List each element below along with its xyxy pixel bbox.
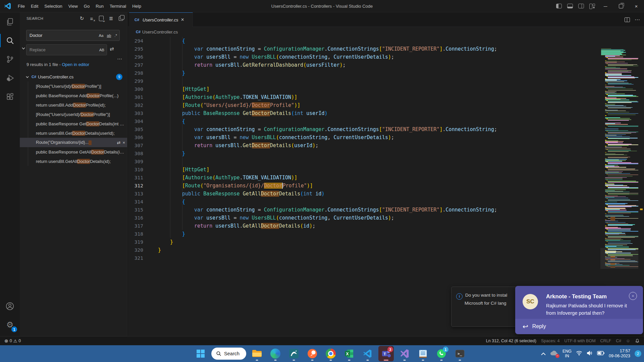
search-result-8[interactable]: public BaseResponse GetAllDoctorDetails(… [20, 147, 127, 157]
feedback-icon[interactable]: ☺ [624, 339, 633, 343]
menu-file[interactable]: File [15, 2, 28, 10]
menu-help[interactable]: Help [129, 2, 144, 10]
tray-chevron-icon[interactable] [541, 351, 546, 357]
code-line-320[interactable]: 320} [128, 246, 600, 254]
clear-results-icon[interactable]: ≡ [88, 15, 95, 22]
search-result-4[interactable]: [Route("Users/{userId}/DoctorProfile")] [20, 110, 127, 119]
run-debug-icon[interactable] [0, 69, 20, 87]
eol-status[interactable]: CRLF [598, 339, 614, 343]
taskbar-clock[interactable]: 17:5709-06-2023 [609, 349, 630, 359]
mysql-workbench-icon[interactable] [286, 346, 302, 361]
code-line-302[interactable]: 302[Route("Users/{userId}/DoctorProfile"… [128, 101, 600, 109]
breadcrumb[interactable]: C# UsersController.cs [128, 27, 644, 37]
account-icon[interactable] [0, 297, 20, 315]
collapse-all-icon[interactable] [117, 15, 124, 22]
whatsapp-icon[interactable]: 1 [434, 346, 449, 361]
terminal-icon[interactable]: >_ [452, 346, 468, 361]
tab-close-icon[interactable]: × [181, 17, 184, 23]
breadcrumb-item[interactable]: UsersController.cs [142, 29, 178, 35]
search-result-9[interactable]: return usersBll.GetAllDoctorDetails(id); [20, 157, 127, 166]
view-as-list-icon[interactable]: ≣ [107, 15, 115, 22]
split-editor-icon[interactable] [625, 17, 630, 22]
code-line-319[interactable]: 319} [128, 238, 600, 246]
source-control-icon[interactable] [0, 50, 20, 69]
toggle-search-details-icon[interactable]: ⋯ [117, 56, 122, 62]
editor-more-actions-icon[interactable]: ⋯ [635, 16, 640, 23]
menu-run[interactable]: Run [93, 2, 107, 10]
menu-edit[interactable]: Edit [28, 2, 41, 10]
excel-icon[interactable]: X [341, 346, 357, 361]
code-line-297[interactable]: 297return usersBll.GetReferralDashboard(… [128, 61, 600, 69]
regex-icon[interactable]: .* [113, 33, 118, 38]
code-line-317[interactable]: 317return usersBll.GetAllDoctorDetails(i… [128, 222, 600, 230]
cursor-position[interactable]: Ln 312, Col 42 (6 selected) [484, 339, 539, 343]
code-line-301[interactable]: 301[Authorise(AuthType.TOKEN_VALIDATION)… [128, 93, 600, 101]
search-result-1[interactable]: [Route("Users/{id}/DoctorProfile")] [20, 81, 127, 91]
code-line-304[interactable]: 304{ [128, 117, 600, 125]
replace-all-icon[interactable]: ⇄ [110, 46, 114, 52]
menu-selection[interactable]: Selection [41, 2, 65, 10]
explorer-icon[interactable] [0, 12, 20, 31]
dismiss-match-icon[interactable]: × [122, 140, 125, 145]
code-line-314[interactable]: 314{ [128, 198, 600, 206]
language-indicator[interactable]: ENGIN [562, 349, 572, 358]
teams-notification[interactable]: SC Arknote - Testing Team Rajkumar Pativ… [515, 286, 643, 334]
code-line-300[interactable]: 300[HttpGet] [128, 85, 600, 93]
code-line-311[interactable]: 311[Authorise(AuthType.TOKEN_VALIDATION)… [128, 174, 600, 182]
match-case-icon[interactable]: Aa [98, 33, 104, 38]
code-line-316[interactable]: 316var usersBll = new UsersBLL(connectio… [128, 214, 600, 222]
whole-word-icon[interactable]: ab [106, 33, 112, 38]
chrome-icon[interactable] [323, 346, 338, 361]
volume-icon[interactable] [587, 351, 593, 357]
postman-icon[interactable] [305, 346, 320, 361]
search-input[interactable]: Doctor Aa ab .* [26, 30, 120, 41]
replace-input[interactable]: Replace AB [26, 44, 107, 55]
taskbar-search[interactable]: Search [211, 348, 246, 360]
settings-gear-icon[interactable]: ⚙ 1 [0, 315, 20, 334]
code-line-321[interactable]: 321 [128, 254, 600, 262]
code-line-295[interactable]: 295var connectionString = ConfigurationM… [128, 45, 600, 53]
minimize-button[interactable]: ─ [598, 0, 613, 12]
code-line-309[interactable]: 309 [128, 158, 600, 166]
teams-icon[interactable]: T 3 [378, 346, 394, 361]
encoding-status[interactable]: UTF-8 with BOM [562, 339, 598, 343]
refresh-icon[interactable]: ↻ [78, 15, 86, 22]
open-in-editor-link[interactable]: Open in editor [62, 62, 90, 67]
edge-icon[interactable] [268, 346, 283, 361]
customize-layout-icon[interactable] [589, 4, 595, 8]
code-line-299[interactable]: 299 [128, 77, 600, 85]
result-file-row[interactable]: C# UsersController.cs 9 [20, 72, 127, 81]
code-line-307[interactable]: 307return usersBll.GetDoctorDetails(user… [128, 141, 600, 149]
file-explorer-icon[interactable] [249, 346, 265, 361]
preserve-case-icon[interactable]: AB [98, 47, 105, 53]
restore-button[interactable] [613, 0, 629, 12]
new-search-editor-icon[interactable] [98, 15, 105, 22]
replace-match-icon[interactable]: ⇄ [117, 140, 121, 145]
start-button[interactable] [193, 346, 208, 361]
code-line-306[interactable]: 306var usersBll = new UsersBLL(connectio… [128, 133, 600, 141]
indentation-status[interactable]: Spaces: 4 [539, 339, 562, 343]
problems-status[interactable]: ⊗0 ⚠0 [2, 338, 23, 344]
menu-terminal[interactable]: Terminal [107, 2, 129, 10]
battery-icon[interactable] [597, 351, 604, 357]
search-icon[interactable] [0, 31, 20, 50]
tab-userscontroller[interactable]: C# UsersController.cs × [129, 12, 193, 27]
toggle-panel-icon[interactable] [567, 4, 573, 8]
toggle-replace-chevron[interactable] [21, 46, 26, 52]
toggle-sidebar-icon[interactable] [556, 4, 562, 8]
code-line-303[interactable]: 303public BaseResponse GetDoctorDetails(… [128, 109, 600, 117]
code-line-294[interactable]: 294{ [128, 37, 600, 45]
notification-count-badge[interactable]: 2 [635, 350, 641, 357]
code-line-305[interactable]: 305var connectionString = ConfigurationM… [128, 125, 600, 133]
code-line-296[interactable]: 296var usersBll = new UsersBLL(connectio… [128, 53, 600, 61]
reply-button[interactable]: ↩ Reply [515, 319, 643, 334]
search-result-3[interactable]: return usersBll.AddDoctorProfile(id); [20, 100, 127, 110]
search-result-5[interactable]: public BaseResponse GetDoctorDetails(int… [20, 119, 127, 128]
code-line-310[interactable]: 310[HttpGet] [128, 166, 600, 174]
code-line-318[interactable]: 318} [128, 230, 600, 238]
code-line-313[interactable]: 313public BaseResponse GetAllDoctorDetai… [128, 190, 600, 198]
visual-studio-icon[interactable] [397, 346, 412, 361]
toggle-secondary-sidebar-icon[interactable] [578, 4, 584, 8]
minimap-slider[interactable] [600, 248, 638, 269]
code-line-312[interactable]: 312[Route("Organisations/{id}/DoctorProf… [128, 182, 600, 190]
